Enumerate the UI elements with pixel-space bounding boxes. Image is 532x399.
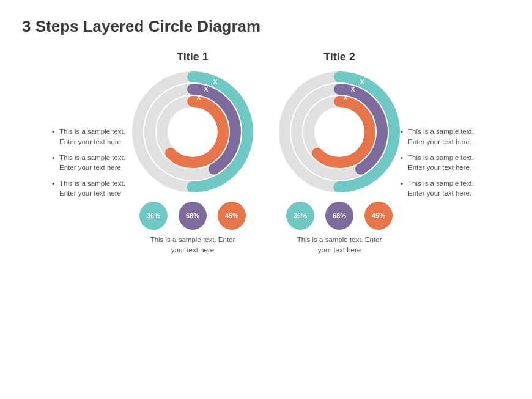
diagram2-title: Title 2 (323, 51, 355, 64)
badge-orange: 45% (364, 202, 393, 230)
diagram2-badges: 36% 68% 45% (286, 202, 393, 230)
svg-text:X: X (204, 86, 209, 93)
diagram1-block: This is a sample text. Enter your text h… (52, 51, 254, 256)
diagram2-bottom-text: This is a sample text. Enteryour text he… (297, 235, 382, 256)
svg-text:X: X (360, 79, 364, 86)
diagram2-block: Title 2 X X (278, 51, 480, 256)
diagram1-center: Title 1 X X (131, 51, 254, 256)
svg-text:X: X (197, 94, 201, 101)
page: 3 Steps Layered Circle Diagram This is a… (0, 0, 532, 399)
svg-text:X: X (351, 86, 355, 93)
bullet-item: This is a sample text. Enter your text h… (401, 126, 480, 146)
svg-text:X: X (344, 94, 348, 101)
bullet-item: This is a sample text. Enter your text h… (401, 153, 480, 172)
diagram1-badges: 36% 68% 45% (139, 202, 246, 230)
diagram2-center: Title 2 X X (278, 51, 401, 256)
bullet-item: This is a sample text. Enter your text h… (401, 178, 480, 198)
badge-teal: 36% (286, 202, 314, 230)
diagram1-circles: X X X (131, 71, 254, 193)
bullet-item: This is a sample text. Enter your text h… (52, 178, 131, 198)
diagram1-bottom: 36% 68% 45% This is a sample text. Enter… (139, 202, 246, 256)
badge-orange: 45% (218, 202, 246, 230)
diagram1-left-bullets: This is a sample text. Enter your text h… (52, 108, 131, 198)
diagram1-bottom-text: This is a sample text. Enteryour text he… (150, 235, 235, 256)
badge-purple: 68% (325, 202, 353, 230)
badge-teal: 36% (139, 202, 168, 230)
diagrams-row: This is a sample text. Enter your text h… (22, 51, 510, 256)
diagram2-bottom: 36% 68% 45% This is a sample text. Enter… (286, 202, 393, 256)
svg-text:X: X (213, 79, 218, 86)
diagram2-circles: X X X (278, 71, 401, 193)
diagram1-title: Title 1 (177, 51, 209, 64)
diagram2-right-bullets: This is a sample text. Enter your text h… (401, 108, 480, 198)
bullet-item: This is a sample text. Enter your text h… (52, 126, 131, 146)
page-title: 3 Steps Layered Circle Diagram (22, 17, 510, 36)
badge-purple: 68% (179, 202, 207, 230)
bullet-item: This is a sample text. Enter your text h… (52, 153, 131, 172)
